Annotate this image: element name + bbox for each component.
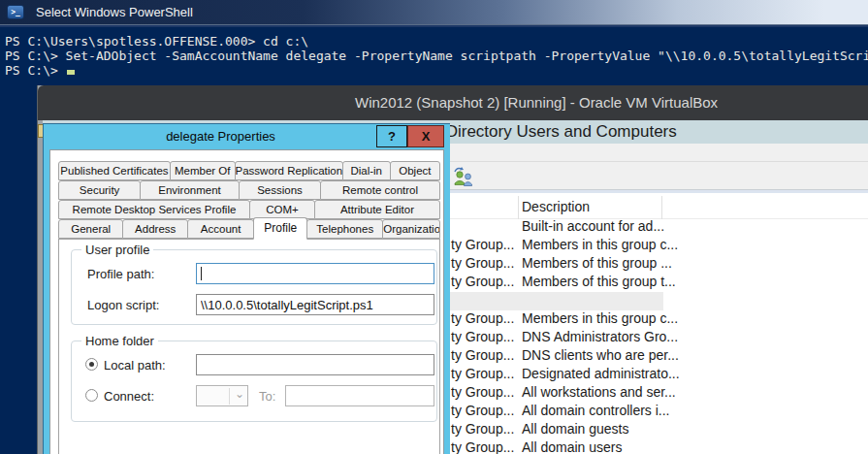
tab-member-of[interactable]: Member Of	[170, 161, 236, 180]
tab-object[interactable]: Object	[390, 161, 440, 180]
list-column-headers[interactable]: Description	[448, 196, 868, 219]
user-profile-groupbox: User profile Profile path: Logon script:	[71, 249, 437, 325]
type-cell: ty Group...	[451, 366, 514, 381]
description-cell: Members in this group c...	[522, 237, 678, 252]
dialog-title: delegate Properties	[44, 129, 398, 144]
tab-row-3: Remote Desktop Services Profile COM+ Att…	[58, 200, 440, 219]
description-cell: All domain users	[522, 439, 623, 454]
description-cell: Members of this group ...	[522, 255, 672, 271]
column-separator[interactable]	[661, 196, 662, 219]
tab-attribute-editor[interactable]: Attribute Editor	[314, 200, 440, 219]
tab-remote-desktop-services-profile[interactable]: Remote Desktop Services Profile	[58, 200, 250, 219]
list-item[interactable]: ty Group...DNS Administrators Gro...	[448, 329, 868, 347]
local-path-label: Local path:	[104, 358, 166, 373]
profile-path-input[interactable]	[196, 263, 434, 284]
console-line: PS C:\> Set-ADObject -SamAccountName del…	[5, 49, 868, 63]
ad-users-icon[interactable]	[453, 166, 476, 186]
list-item[interactable]: Built-in account for ad...	[448, 218, 868, 237]
text-caret	[201, 267, 202, 280]
tab-telephones[interactable]: Telephones	[306, 219, 383, 239]
column-separator[interactable]	[518, 196, 519, 219]
description-cell: Members of this group t...	[522, 274, 676, 289]
console-line: PS C:\Users\spotless.OFFENSE.000> cd c:\	[5, 34, 868, 49]
dialog-tabs: Published Certificates Member Of Passwor…	[58, 161, 440, 239]
virtualbox-window-title: Win2012 (Snapshot 2) [Running] - Oracle …	[355, 94, 718, 111]
tab-password-replication[interactable]: Password Replication	[235, 161, 343, 180]
type-cell: ty Group...	[451, 347, 514, 363]
tab-account[interactable]: Account	[187, 219, 254, 239]
drive-letter-dropdown[interactable]: ⌄	[196, 385, 248, 406]
profile-tab-panel: User profile Profile path: Logon script:…	[58, 239, 440, 454]
type-cell: ty Group...	[451, 310, 514, 326]
list-item[interactable]: ty Group...Members in this group c...	[448, 310, 868, 329]
chevron-down-icon: ⌄	[235, 387, 244, 401]
list-item[interactable]: ty Group...All domain users	[448, 439, 868, 454]
tab-organization[interactable]: Organization	[382, 219, 440, 239]
description-cell: All domain controllers i...	[522, 403, 670, 418]
description-cell: All workstations and ser...	[522, 384, 676, 400]
console-cursor	[67, 70, 75, 75]
list-item[interactable]: ty Group...Members in this group c...	[448, 237, 868, 255]
tab-address[interactable]: Address	[122, 219, 187, 239]
connect-radio[interactable]	[85, 389, 98, 402]
tab-published-certificates[interactable]: Published Certificates	[58, 161, 171, 180]
tab-profile[interactable]: Profile	[253, 217, 307, 240]
logon-script-label: Logon script:	[87, 298, 159, 312]
tab-row-4: General Address Account Profile Telephon…	[58, 219, 440, 239]
local-path-radio[interactable]	[85, 358, 98, 371]
close-button[interactable]: X	[407, 125, 444, 147]
list-item[interactable]: ty Group...All domain controllers i...	[448, 403, 868, 421]
description-cell: Built-in account for ad...	[522, 218, 664, 234]
connect-to-input[interactable]	[285, 385, 434, 406]
connect-label: Connect:	[104, 389, 154, 404]
description-cell: DNS Administrators Gro...	[522, 329, 678, 344]
tab-dial-in[interactable]: Dial-in	[342, 161, 391, 180]
list-item[interactable]: ty Group...Members of this group ...	[448, 255, 868, 274]
local-path-input[interactable]	[196, 354, 434, 375]
list-item[interactable]: ty Group...DNS clients who are per...	[448, 347, 868, 366]
description-cell: Members in this group c...	[522, 310, 678, 326]
help-button[interactable]: ?	[376, 125, 407, 147]
tab-general[interactable]: General	[58, 219, 123, 239]
user-profile-legend: User profile	[81, 243, 153, 257]
profile-path-label: Profile path:	[87, 267, 154, 281]
tab-com-plus[interactable]: COM+	[249, 200, 315, 219]
console-prompt: PS C:\>	[5, 63, 66, 78]
list-item[interactable]: ty Group...All workstations and ser...	[448, 384, 868, 403]
type-cell: ty Group...	[451, 403, 514, 418]
tab-environment[interactable]: Environment	[140, 180, 240, 200]
type-cell: ty Group...	[451, 439, 514, 454]
delegate-properties-dialog: delegate Properties ? X Published Certif…	[43, 123, 450, 454]
list-item-selected[interactable]	[448, 292, 868, 310]
ad-window-title: ve Directory Users and Computers	[424, 122, 677, 142]
description-column-header[interactable]: Description	[522, 199, 590, 214]
list-item[interactable]: ty Group...Designated administrato...	[448, 366, 868, 384]
type-cell: ty Group...	[451, 255, 514, 271]
tab-row-2: Security Environment Sessions Remote con…	[58, 180, 440, 200]
dropdown-separator	[229, 388, 230, 405]
type-cell: ty Group...	[451, 274, 514, 289]
home-folder-groupbox: Home folder Local path: Connect: ⌄ To:	[71, 340, 437, 422]
logon-script-input[interactable]	[196, 294, 434, 315]
tab-sessions[interactable]: Sessions	[239, 180, 321, 200]
virtualbox-titlebar[interactable]: Win2012 (Snapshot 2) [Running] - Oracle …	[38, 85, 868, 120]
dialog-client-area: Published Certificates Member Of Passwor…	[49, 149, 444, 454]
list-item[interactable]: ty Group...Members of this group t...	[448, 274, 868, 292]
to-label: To:	[259, 389, 275, 404]
type-cell: ty Group...	[451, 384, 514, 400]
powershell-icon: >_	[7, 5, 24, 19]
tab-security[interactable]: Security	[58, 180, 141, 200]
home-folder-legend: Home folder	[81, 334, 158, 348]
description-cell: DNS clients who are per...	[522, 347, 679, 363]
list-item[interactable]: ty Group...All domain guests	[448, 421, 868, 439]
powershell-titlebar[interactable]: >_ Select Windows PowerShell	[0, 0, 868, 25]
description-cell: All domain guests	[522, 421, 629, 437]
close-icon: X	[422, 129, 431, 144]
tab-remote-control[interactable]: Remote control	[320, 180, 440, 200]
question-icon: ?	[388, 129, 396, 144]
console-prompt-line: PS C:\>	[5, 63, 868, 78]
screen: >_ Select Windows PowerShell PS C:\Users…	[0, 0, 868, 454]
type-cell: ty Group...	[451, 237, 514, 252]
type-cell: ty Group...	[451, 421, 514, 437]
description-cell: Designated administrato...	[522, 366, 680, 381]
